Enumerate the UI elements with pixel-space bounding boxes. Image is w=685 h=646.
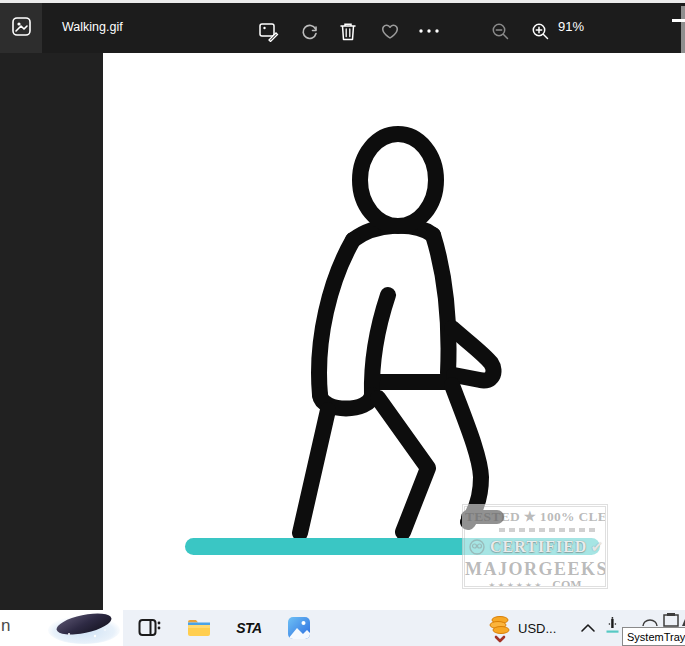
- photos-taskbar-icon: [288, 617, 310, 639]
- zoom-in-icon: [530, 21, 551, 42]
- heart-icon: [379, 21, 401, 41]
- coins-icon: [487, 613, 513, 643]
- chevron-up-icon: [580, 623, 596, 633]
- zoom-level[interactable]: 91%: [558, 0, 584, 53]
- partial-background-text: n: [1, 616, 10, 636]
- photos-taskbar-button[interactable]: [285, 614, 313, 642]
- galaxy-start-image[interactable]: [45, 610, 123, 646]
- edit-image-button[interactable]: [251, 14, 285, 48]
- watermark-check-icon: ✔: [590, 538, 603, 556]
- currency-widget-button[interactable]: [486, 614, 514, 642]
- filename-title: Walking.gif: [62, 0, 123, 53]
- photos-app-icon: [11, 16, 32, 41]
- rotate-icon: [299, 21, 320, 42]
- sta-app-icon: STA: [236, 620, 261, 636]
- screen: Walking.gif: [0, 0, 685, 646]
- tray-tooltip: SystemTray: [622, 627, 685, 646]
- image-canvas: TESTED ★ 100% CLEAN CERTIFIED ✔ MAJORGEE…: [103, 53, 685, 610]
- sta-app-button[interactable]: STA: [235, 614, 263, 642]
- photos-app-button[interactable]: [0, 3, 42, 53]
- delete-button[interactable]: [331, 14, 365, 48]
- ellipsis-icon: [417, 27, 441, 35]
- edit-image-icon: [258, 21, 279, 42]
- majorgeeks-watermark: TESTED ★ 100% CLEAN CERTIFIED ✔ MAJORGEE…: [462, 504, 608, 589]
- taskview-icon: [138, 618, 162, 638]
- file-explorer-icon: [187, 618, 211, 638]
- systemtraymenu-icon[interactable]: [606, 617, 619, 634]
- watermark-brand: MAJORGEEKS: [465, 559, 605, 580]
- more-options-button[interactable]: [412, 14, 446, 48]
- rotate-button[interactable]: [292, 14, 326, 48]
- favorite-button[interactable]: [373, 14, 407, 48]
- watermark-fine-print: [499, 528, 599, 532]
- zoom-in-button[interactable]: [523, 14, 557, 48]
- watermark-com: .COM: [549, 578, 581, 589]
- tray-partial-icons[interactable]: [640, 612, 685, 627]
- zoom-out-button[interactable]: [483, 14, 517, 48]
- tray-expand-button[interactable]: [574, 614, 602, 642]
- file-explorer-button[interactable]: [185, 614, 213, 642]
- photos-dark-sidebar: [0, 53, 103, 610]
- watermark-stars: ★★★★★★: [488, 581, 543, 589]
- taskbar-left-zone: n: [0, 610, 123, 646]
- watermark-certified: CERTIFIED: [490, 538, 587, 556]
- watermark-tested-line: TESTED ★ 100% CLEAN: [465, 508, 605, 525]
- geek-face-icon: [467, 537, 487, 557]
- minimize-dash[interactable]: [672, 19, 685, 22]
- taskbar: n: [0, 610, 685, 646]
- trash-icon: [338, 21, 358, 42]
- zoom-out-icon: [490, 21, 511, 42]
- window-edge-sliver: [681, 6, 685, 53]
- taskview-button[interactable]: [136, 614, 164, 642]
- currency-label[interactable]: USD...: [518, 610, 556, 646]
